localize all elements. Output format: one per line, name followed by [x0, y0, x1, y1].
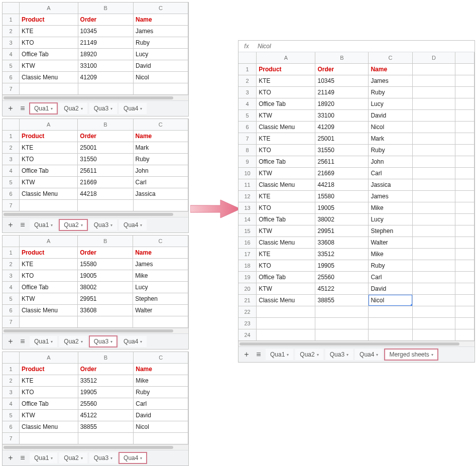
row-header[interactable]: 3 — [3, 154, 19, 165]
row-header[interactable]: 5 — [3, 293, 19, 305]
cell-order[interactable]: 44218 — [315, 179, 369, 191]
cell-order[interactable]: 38855 — [78, 421, 134, 433]
col-header[interactable]: A — [257, 52, 315, 64]
row-header[interactable]: 1 — [3, 131, 19, 142]
cell-name[interactable]: James — [133, 259, 188, 270]
cell-product[interactable]: Office Tab — [257, 98, 315, 110]
col-header[interactable]: A — [19, 119, 77, 131]
row-header[interactable]: 6 — [239, 122, 257, 133]
cell-product[interactable]: KTE — [257, 249, 315, 260]
spreadsheet-grid[interactable]: ABC1ProductOrderName2KTE15580James3KTO19… — [3, 236, 188, 328]
tab-qua1[interactable]: Qua1▾ — [30, 103, 57, 114]
chevron-down-icon[interactable]: ▾ — [51, 339, 53, 344]
cell-order[interactable]: 33608 — [78, 305, 133, 316]
tab-qua2[interactable]: Qua2▾ — [59, 103, 87, 114]
row-header[interactable]: 6 — [3, 305, 19, 316]
row-header[interactable]: 1 — [3, 247, 19, 259]
chevron-down-icon[interactable]: ▾ — [81, 106, 83, 111]
col-header[interactable]: C — [134, 352, 188, 364]
row-header[interactable]: 16 — [239, 237, 257, 249]
col-header[interactable]: C — [369, 52, 412, 64]
cell-order[interactable]: 15580 — [315, 191, 369, 202]
cell-product[interactable]: KTO — [20, 37, 78, 49]
row-header[interactable]: 14 — [239, 214, 257, 225]
cell-product[interactable]: Office Tab — [257, 272, 315, 283]
cell-order[interactable]: 45122 — [315, 283, 369, 295]
fx-label[interactable]: fx — [239, 43, 255, 50]
tab-qua2[interactable]: Qua2▾ — [59, 452, 87, 463]
cell-order[interactable]: 25611 — [78, 165, 133, 177]
row-header[interactable]: 19 — [239, 272, 257, 283]
cell-name[interactable]: Stephen — [369, 225, 412, 237]
cell-product[interactable]: KTO — [257, 145, 315, 156]
chevron-down-icon[interactable]: ▾ — [51, 456, 53, 460]
row-header[interactable]: 3 — [3, 387, 20, 398]
cell-product[interactable]: KTW — [257, 283, 315, 295]
cell-order[interactable]: 25001 — [78, 142, 133, 154]
cell-name[interactable]: David — [369, 283, 412, 295]
cell-order[interactable]: 19905 — [315, 260, 369, 272]
cell-name[interactable]: Carl — [369, 168, 412, 179]
cell-product[interactable]: KTO — [257, 87, 315, 98]
cell-product[interactable]: KTW — [20, 410, 78, 421]
cell-order[interactable]: 41209 — [78, 72, 133, 83]
cell-order[interactable]: 10345 — [78, 26, 133, 37]
formula-value[interactable]: Nicol — [255, 43, 474, 50]
horizontal-scrollbar[interactable] — [3, 444, 188, 450]
cell-product[interactable]: Classic Menu — [19, 305, 77, 316]
horizontal-scrollbar[interactable] — [3, 95, 188, 100]
row-header[interactable]: 2 — [239, 75, 257, 87]
row-header[interactable]: 11 — [239, 179, 257, 191]
cell-product[interactable]: KTO — [257, 260, 315, 272]
cell-name[interactable]: Jassica — [369, 179, 412, 191]
cell-order[interactable]: 29951 — [315, 225, 369, 237]
cell-name[interactable]: Ruby — [369, 260, 412, 272]
cell-name[interactable]: Lucy — [369, 214, 412, 225]
cell-product[interactable]: KTW — [257, 168, 315, 179]
cell-order[interactable]: 29951 — [78, 293, 133, 305]
row-header[interactable]: 24 — [239, 329, 257, 341]
cell-order[interactable]: 21669 — [78, 177, 133, 188]
cell-product[interactable]: KTE — [20, 375, 78, 387]
cell-product[interactable]: Classic Menu — [257, 237, 315, 249]
chevron-down-icon[interactable]: ▾ — [81, 223, 83, 227]
row-header[interactable]: 5 — [239, 110, 257, 122]
cell-name[interactable]: David — [369, 110, 412, 122]
chevron-down-icon[interactable]: ▾ — [287, 353, 289, 357]
col-header[interactable]: B — [315, 52, 369, 64]
chevron-down-icon[interactable]: ▾ — [317, 353, 319, 357]
row-header[interactable]: 7 — [3, 83, 20, 95]
cell-order[interactable]: 25560 — [78, 398, 134, 410]
cell-product[interactable]: Classic Menu — [257, 295, 315, 306]
cell-name[interactable]: Walter — [133, 305, 188, 316]
row-header[interactable]: 9 — [239, 156, 257, 168]
col-header[interactable]: C — [133, 236, 188, 247]
cell-product[interactable]: KTO — [19, 270, 77, 282]
col-header[interactable]: A — [19, 236, 77, 247]
chevron-down-icon[interactable]: ▾ — [51, 106, 53, 111]
cell-order[interactable]: 10345 — [315, 75, 369, 87]
row-header[interactable]: 13 — [239, 202, 257, 214]
tab-qua4[interactable]: Qua4▾ — [119, 103, 147, 114]
row-header[interactable]: 4 — [3, 165, 19, 177]
cell-product[interactable]: KTW — [19, 177, 77, 188]
cell-name[interactable]: John — [369, 156, 412, 168]
row-header[interactable]: 22 — [239, 306, 257, 318]
cell-product[interactable]: KTO — [257, 202, 315, 214]
cell-product[interactable]: KTW — [19, 293, 77, 305]
row-header[interactable]: 17 — [239, 249, 257, 260]
col-header[interactable]: A — [20, 352, 78, 364]
horizontal-scrollbar[interactable] — [239, 341, 474, 346]
cell-order[interactable]: 38855 — [315, 295, 369, 306]
all-sheets-button[interactable]: ≡ — [18, 220, 28, 230]
cell-name[interactable]: Stephen — [133, 293, 188, 305]
chevron-down-icon[interactable]: ▾ — [140, 456, 142, 460]
col-header[interactable]: B — [78, 119, 133, 131]
cell-name[interactable]: Mike — [369, 249, 412, 260]
cell-order[interactable]: 38002 — [315, 214, 369, 225]
cell-order[interactable]: 21149 — [315, 87, 369, 98]
tab-qua2[interactable]: Qua2▾ — [59, 219, 87, 230]
col-header[interactable]: B — [78, 236, 133, 247]
cell-order[interactable]: 31550 — [315, 145, 369, 156]
chevron-down-icon[interactable]: ▾ — [81, 456, 83, 460]
